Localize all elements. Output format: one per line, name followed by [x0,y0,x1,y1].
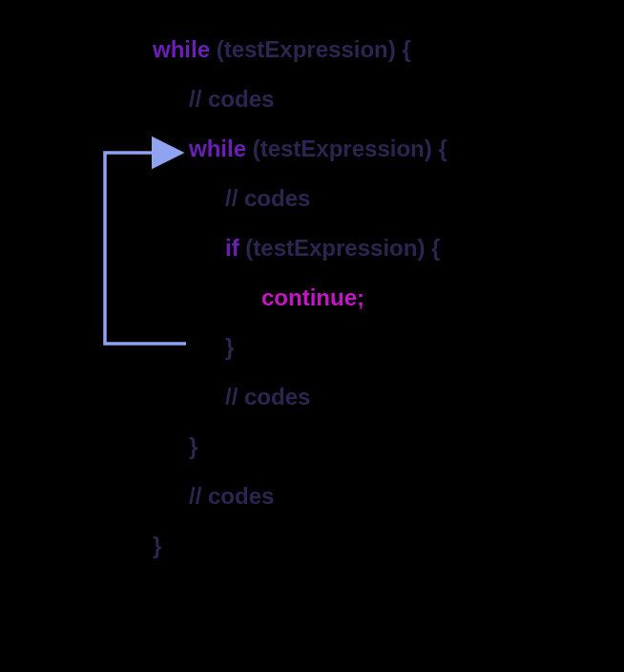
code-line-10: // codes [153,485,447,508]
expr-outer: (testExpression) { [210,36,411,62]
code-line-11: } [153,535,447,557]
code-line-4: // codes [153,187,447,210]
expr-if: (testExpression) { [239,235,441,261]
code-line-5: if (testExpression) { [153,237,447,260]
continue-statement: continue; [153,286,447,309]
keyword-while-outer: while [153,36,210,62]
code-line-7: } [153,336,447,359]
code-block: while (testExpression) { // codes while … [153,38,447,584]
code-line-1: while (testExpression) { [153,38,447,61]
keyword-if: if [225,235,239,261]
code-line-3: while (testExpression) { [153,137,447,160]
code-line-2: // codes [153,88,447,111]
code-line-9: } [153,435,447,458]
expr-inner: (testExpression) { [246,136,447,161]
keyword-while-inner: while [189,136,246,161]
code-line-8: // codes [153,386,447,409]
